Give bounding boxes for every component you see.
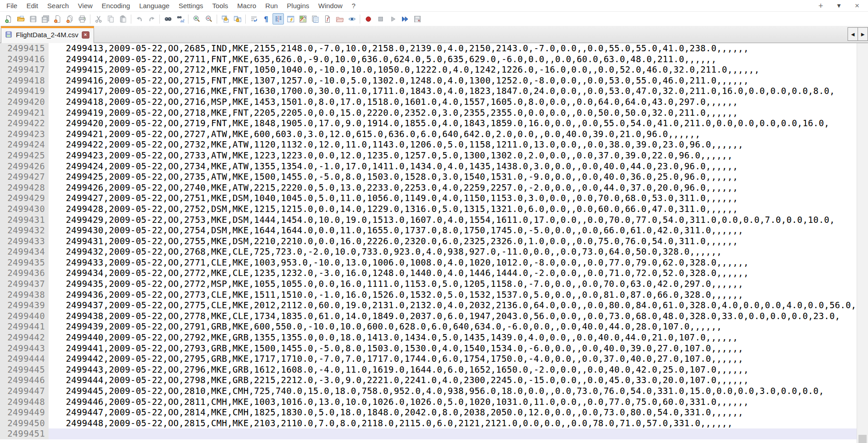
code-line[interactable]: 24994302499428,2009-05-22,OO,2752,DSM,MK…: [0, 204, 857, 215]
code-line[interactable]: 24994332499431,2009-05-22,OO,2755,MKE,DS…: [0, 236, 857, 247]
code-line[interactable]: 24994482499446,2009-05-22,OO,2811,CMH,MK…: [0, 397, 857, 408]
code-line[interactable]: 24994352499433,2009-05-22,OO,2771,CLE,MK…: [0, 257, 857, 268]
bookmark-margin: [49, 268, 66, 279]
code-line[interactable]: 24994152499413,2009-05-22,OO,2685,IND,MK…: [0, 43, 857, 54]
document-list-icon: [311, 15, 319, 23]
code-line[interactable]: 24994282499426,2009-05-22,OO,2740,MKE,AT…: [0, 182, 857, 193]
code-line[interactable]: 24994172499415,2009-05-22,OO,2712,MKE,FN…: [0, 64, 857, 75]
doc-switcher-button[interactable]: [285, 13, 296, 25]
menu-encoding[interactable]: Encoding: [97, 0, 135, 11]
bookmark-margin: [49, 375, 66, 386]
word-wrap-button[interactable]: [248, 13, 259, 25]
redo-icon: [148, 15, 156, 23]
replace-button[interactable]: ab: [174, 13, 186, 25]
code-line[interactable]: 24994382499436,2009-05-22,OO,2773,CLE,MK…: [0, 290, 857, 300]
code-line[interactable]: 24994262499424,2009-05-22,OO,2734,MKE,AT…: [0, 161, 857, 172]
code-line[interactable]: 24994312499429,2009-05-22,OO,2753,MKE,DS…: [0, 215, 857, 226]
code-line[interactable]: 24994182499416,2009-05-22,OO,2715,FNT,MK…: [0, 75, 857, 86]
indent-guide-button[interactable]: [273, 13, 284, 25]
bookmark-margin: [49, 182, 66, 193]
code-line[interactable]: 24994442499442,2009-05-22,OO,2795,GRB,MK…: [0, 354, 857, 364]
save-all-button[interactable]: [40, 13, 51, 25]
code-line[interactable]: 24994252499423,2009-05-22,OO,2733,ATW,MK…: [0, 150, 857, 161]
code-line[interactable]: 24994232499421,2009-05-22,OO,2727,ATW,MK…: [0, 129, 857, 140]
menu-file[interactable]: File: [2, 0, 22, 11]
copy-button[interactable]: [105, 13, 116, 25]
code-line[interactable]: 24994402499438,2009-05-22,OO,2778,MKE,CL…: [0, 311, 857, 322]
close-all-documents-button[interactable]: [64, 13, 75, 25]
line-text: 2499430,2009-05-22,OO,2754,DSM,MKE,1644,…: [66, 225, 744, 236]
macro-play-button[interactable]: [387, 13, 398, 25]
tab-close-icon[interactable]: ×: [82, 31, 89, 39]
macro-save-button[interactable]: [412, 13, 423, 25]
code-line[interactable]: 24994472499445,2009-05-22,OO,2810,MKE,CM…: [0, 386, 857, 397]
new-instance-button[interactable]: +: [812, 0, 830, 11]
document-list-button[interactable]: [309, 13, 321, 25]
open-folder-button[interactable]: [15, 13, 26, 25]
undo-button[interactable]: [134, 13, 145, 25]
zoom-in-button[interactable]: [191, 13, 202, 25]
code-line[interactable]: 24994322499430,2009-05-22,OO,2754,DSM,MK…: [0, 225, 857, 236]
menu-view[interactable]: View: [74, 0, 97, 11]
code-line[interactable]: 24994192499417,2009-05-22,OO,2716,MKE,FN…: [0, 86, 857, 97]
sync-horizontal-scroll-button[interactable]: [232, 13, 243, 25]
menu-tools[interactable]: Tools: [208, 0, 233, 11]
code-line[interactable]: 24994422499440,2009-05-22,OO,2792,MKE,GR…: [0, 332, 857, 343]
close-button[interactable]: ×: [848, 0, 866, 11]
function-list-button[interactable]: f: [322, 13, 333, 25]
scrollbar-thumb[interactable]: [858, 435, 867, 443]
tab-scroll-right-button[interactable]: ▶: [858, 27, 868, 41]
menu-edit[interactable]: Edit: [22, 0, 43, 11]
menu-run[interactable]: Run: [261, 0, 283, 11]
code-line[interactable]: 24994272499425,2009-05-22,OO,2735,ATW,MK…: [0, 172, 857, 182]
document-map-button[interactable]: [297, 13, 308, 25]
code-line[interactable]: 24994502499448,2009-05-22,OO,2815,CMH,MK…: [0, 418, 857, 429]
code-line[interactable]: 24994412499439,2009-05-22,OO,2791,GRB,MK…: [0, 321, 857, 332]
code-line[interactable]: 24994202499418,2009-05-22,OO,2716,MSP,MK…: [0, 97, 857, 108]
macro-stop-button[interactable]: [375, 13, 386, 25]
paste-button[interactable]: [117, 13, 129, 25]
tab-scroll-left-button[interactable]: ◀: [848, 27, 858, 41]
code-line[interactable]: 24994392499437,2009-05-22,OO,2775,CLE,MK…: [0, 300, 857, 311]
save-button[interactable]: [27, 13, 39, 25]
redo-button[interactable]: [146, 13, 157, 25]
find-button[interactable]: [162, 13, 174, 25]
menu-settings[interactable]: Settings: [174, 0, 208, 11]
menu-plugins[interactable]: Plugins: [283, 0, 314, 11]
editor-surface[interactable]: 24994152499413,2009-05-22,OO,2685,IND,MK…: [0, 43, 857, 443]
code-line[interactable]: 24994292499427,2009-05-22,OO,2751,MKE,DS…: [0, 193, 857, 204]
print-button[interactable]: [76, 13, 88, 25]
code-line[interactable]: 24994492499447,2009-05-22,OO,2814,MKE,CM…: [0, 407, 857, 418]
code-line[interactable]: 24994452499443,2009-05-22,OO,2796,MKE,GR…: [0, 364, 857, 375]
code-line[interactable]: 24994162499414,2009-05-22,OO,2711,FNT,MK…: [0, 54, 857, 65]
code-line[interactable]: 24994242499422,2009-05-22,OO,2732,MKE,AT…: [0, 139, 857, 150]
menu-help[interactable]: ?: [347, 0, 360, 11]
code-line[interactable]: 2499451: [0, 428, 857, 439]
new-file-button[interactable]: [3, 13, 14, 25]
menu-window[interactable]: Window: [314, 0, 347, 11]
macro-run-multiple-button[interactable]: [399, 13, 411, 25]
zoom-out-button[interactable]: [203, 13, 214, 25]
code-line[interactable]: 24994372499435,2009-05-22,OO,2772,MSP,MK…: [0, 279, 857, 290]
close-document-button[interactable]: [52, 13, 63, 25]
vertical-scrollbar[interactable]: [857, 43, 868, 443]
menu-macro[interactable]: Macro: [233, 0, 261, 11]
code-line[interactable]: 24994342499432,2009-05-22,OO,2768,MKE,CL…: [0, 246, 857, 257]
code-line[interactable]: 24994362499434,2009-05-22,OO,2772,MKE,CL…: [0, 268, 857, 279]
tabbar: FlightData_2-4M.csv × ◀ ▶: [0, 26, 868, 43]
menu-dropdown-button[interactable]: ▼: [830, 0, 848, 11]
folder-as-workspace-button[interactable]: [334, 13, 345, 25]
show-all-characters-button[interactable]: ¶: [260, 13, 272, 25]
code-line[interactable]: 24994222499420,2009-05-22,OO,2719,FNT,MK…: [0, 118, 857, 129]
cut-button[interactable]: [93, 13, 104, 25]
code-line[interactable]: 24994462499444,2009-05-22,OO,2798,MKE,GR…: [0, 375, 857, 386]
monitoring-eye-button[interactable]: [346, 13, 357, 25]
sync-vertical-scroll-button[interactable]: [219, 13, 231, 25]
menu-search[interactable]: Search: [43, 0, 74, 11]
tab-flightdata-csv[interactable]: FlightData_2-4M.csv ×: [1, 26, 94, 43]
code-line[interactable]: 24994212499419,2009-05-22,OO,2718,MKE,FN…: [0, 108, 857, 118]
menu-language[interactable]: Language: [134, 0, 174, 11]
code-line[interactable]: 24994432499441,2009-05-22,OO,2793,GRB,MK…: [0, 343, 857, 354]
macro-record-button[interactable]: [362, 13, 374, 25]
bookmark-margin: [49, 332, 66, 343]
